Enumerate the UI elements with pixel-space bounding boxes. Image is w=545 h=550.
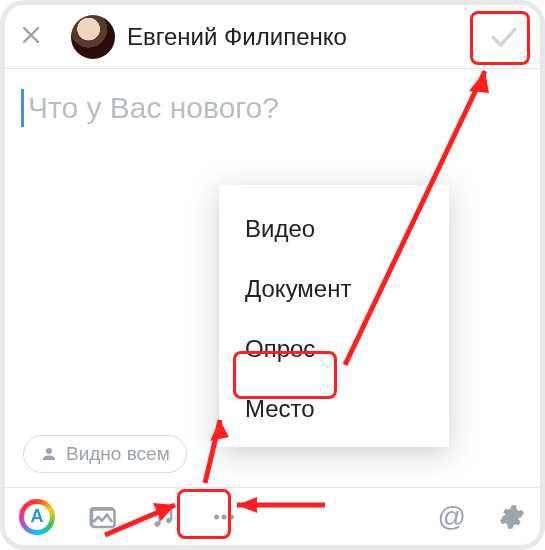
close-icon[interactable] <box>19 23 43 51</box>
gallery-icon[interactable] <box>87 502 117 532</box>
annotation-highlight-confirm <box>470 11 530 65</box>
visibility-label: Видно всем <box>66 443 170 465</box>
avatar[interactable] <box>71 15 115 59</box>
mention-icon[interactable]: @ <box>438 501 466 533</box>
user-name: Евгений Филипенко <box>127 23 347 51</box>
bottom-toolbar: A @ <box>5 487 540 545</box>
header-bar: Евгений Филипенко <box>5 5 540 69</box>
visibility-chip[interactable]: Видно всем <box>23 435 187 473</box>
person-icon <box>40 445 58 463</box>
svg-point-3 <box>166 517 171 522</box>
attach-menu: Видео Документ Опрос Место <box>219 185 449 447</box>
svg-point-2 <box>154 521 159 526</box>
composer-placeholder: Что у Вас нового? <box>28 91 279 125</box>
menu-item-document[interactable]: Документ <box>219 259 449 319</box>
annotation-highlight-poll <box>233 351 337 399</box>
story-letter: A <box>24 504 50 530</box>
text-caret <box>21 89 24 127</box>
composer-area[interactable]: Что у Вас нового? <box>5 69 540 137</box>
svg-line-13 <box>205 420 220 483</box>
menu-item-video[interactable]: Видео <box>219 199 449 259</box>
annotation-highlight-more <box>177 489 231 539</box>
settings-icon[interactable] <box>498 503 526 531</box>
music-icon[interactable] <box>149 503 177 531</box>
story-button[interactable]: A <box>19 499 55 535</box>
